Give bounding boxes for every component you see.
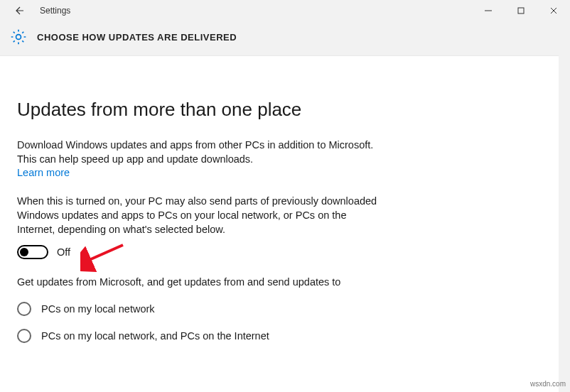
- radio-label-internet: PCs on my local network, and PCs on the …: [41, 330, 269, 342]
- heading: Updates from more than one place: [17, 99, 553, 121]
- radio-local-network[interactable]: [17, 302, 31, 316]
- radio-label-local: PCs on my local network: [41, 303, 155, 315]
- delivery-toggle[interactable]: [17, 245, 48, 259]
- radio-row-internet: PCs on my local network, and PCs on the …: [17, 329, 553, 343]
- radio-row-local: PCs on my local network: [17, 302, 553, 316]
- toggle-state-label: Off: [57, 246, 70, 258]
- toggle-row: Off: [17, 245, 553, 259]
- radio-local-and-internet[interactable]: [17, 329, 31, 343]
- intro-text: Download Windows updates and apps from o…: [17, 138, 387, 166]
- explanation-text: When this is turned on, your PC may also…: [17, 194, 387, 236]
- toggle-knob: [20, 248, 28, 256]
- minimize-button[interactable]: [472, 0, 505, 21]
- gear-icon: [9, 27, 28, 47]
- window-controls: [472, 0, 570, 21]
- svg-rect-1: [518, 8, 524, 13]
- maximize-button[interactable]: [505, 0, 537, 21]
- back-button[interactable]: [3, 0, 34, 21]
- page-title: CHOOSE HOW UPDATES ARE DELIVERED: [37, 32, 237, 43]
- radio-intro-text: Get updates from Microsoft, and get upda…: [17, 275, 387, 289]
- titlebar: Settings: [0, 0, 570, 21]
- close-button[interactable]: [537, 0, 570, 21]
- page-header: CHOOSE HOW UPDATES ARE DELIVERED: [0, 21, 570, 56]
- content-area: Updates from more than one place Downloa…: [0, 56, 570, 392]
- svg-point-4: [16, 35, 21, 40]
- watermark: wsxdn.com: [530, 380, 566, 388]
- learn-more-link[interactable]: Learn more: [17, 167, 70, 178]
- arrow-left-icon: [13, 5, 24, 16]
- app-title: Settings: [34, 6, 70, 16]
- scrollbar[interactable]: [559, 55, 570, 392]
